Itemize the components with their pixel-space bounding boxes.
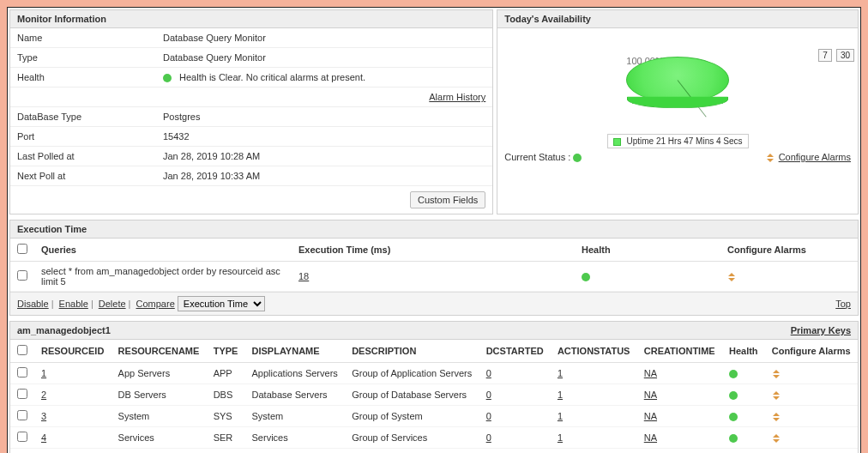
displayname-cell: Database Servers xyxy=(245,384,346,406)
svg-marker-0 xyxy=(767,154,774,157)
nextpoll-value: Jan 28, 2019 10:33 AM xyxy=(156,166,492,186)
managed-select-all-checkbox[interactable] xyxy=(17,345,27,355)
managed-object-panel: am_managedobject1 Primary Keys RESOURCEI… xyxy=(9,321,859,453)
name-label: Name xyxy=(10,28,156,48)
col-displayname: DISPLAYNAME xyxy=(245,340,346,363)
row-checkbox[interactable] xyxy=(17,410,27,420)
type-cell: URL xyxy=(207,449,245,453)
port-value: 15432 xyxy=(156,127,492,147)
displayname-cell: Web Services xyxy=(245,449,346,453)
execution-time-title: Execution Time xyxy=(10,220,858,239)
creationtime-link[interactable]: NA xyxy=(644,411,657,421)
lastpoll-value: Jan 28, 2019 10:28 AM xyxy=(156,147,492,166)
creationtime-link[interactable]: NA xyxy=(644,368,657,378)
managed-title: am_managedobject1 xyxy=(17,325,111,335)
row-config-alarm-icon[interactable] xyxy=(772,390,782,400)
row-config-alarm-icon[interactable] xyxy=(772,368,782,378)
svg-marker-1 xyxy=(767,159,774,162)
exec-row-checkbox[interactable] xyxy=(17,270,27,281)
nextpoll-label: Next Poll at xyxy=(10,166,156,186)
svg-marker-7 xyxy=(773,396,780,400)
type-label: Type xyxy=(10,48,156,68)
exec-config-alarm-icon[interactable] xyxy=(727,271,738,281)
dcstarted-link[interactable]: 0 xyxy=(486,390,491,400)
exec-enable-link[interactable]: Enable xyxy=(59,299,88,309)
alarm-history-link[interactable]: Alarm History xyxy=(429,92,485,102)
resourcename-cell: App Servers xyxy=(112,363,207,384)
svg-marker-8 xyxy=(773,413,780,416)
type-cell: APP xyxy=(207,363,245,384)
availability-pie-chart xyxy=(497,30,858,129)
exec-compare-link[interactable]: Compare xyxy=(136,299,175,309)
availability-panel: Today's Availability 100.00% 7 30 Uptime… xyxy=(497,9,859,214)
monitor-info-panel: Monitor Information Name Database Query … xyxy=(9,9,493,214)
row-config-alarm-icon[interactable] xyxy=(772,432,782,443)
col-exec-time: Execution Time (ms) xyxy=(292,239,575,262)
row-checkbox[interactable] xyxy=(17,367,27,378)
svg-marker-2 xyxy=(728,273,735,276)
resourcename-cell: Services xyxy=(112,427,207,449)
dcstarted-link[interactable]: 0 xyxy=(486,368,491,378)
exec-ms-link[interactable]: 18 xyxy=(298,271,309,281)
svg-marker-9 xyxy=(773,418,780,421)
dbtype-value: Postgres xyxy=(156,107,492,127)
row-config-alarm-icon[interactable] xyxy=(772,411,782,421)
exec-top-link[interactable]: Top xyxy=(835,299,851,309)
resourceid-link[interactable]: 1 xyxy=(41,368,46,378)
exec-select-all-checkbox[interactable] xyxy=(17,244,27,254)
resourceid-link[interactable]: 3 xyxy=(41,411,46,421)
col-type: TYPE xyxy=(207,340,245,363)
exec-delete-link[interactable]: Delete xyxy=(99,299,126,309)
row-checkbox[interactable] xyxy=(17,389,27,399)
resourceid-link[interactable]: 4 xyxy=(41,432,46,443)
row-health-icon xyxy=(729,370,738,378)
row-checkbox[interactable] xyxy=(17,432,27,442)
creationtime-link[interactable]: NA xyxy=(644,432,657,443)
configure-alarms-icon xyxy=(766,152,779,162)
health-status-icon xyxy=(163,74,172,82)
resourcename-cell: URL xyxy=(112,449,207,453)
col-actionstatus: ACTIONSTATUS xyxy=(551,340,637,363)
exec-disable-link[interactable]: Disable xyxy=(17,299,49,309)
svg-marker-11 xyxy=(773,439,780,443)
configure-alarms-link[interactable]: Configure Alarms xyxy=(779,152,851,162)
dcstarted-link[interactable]: 0 xyxy=(486,411,491,421)
lastpoll-label: Last Polled at xyxy=(10,147,156,166)
exec-query-text: select * from am_managedobject order by … xyxy=(34,262,292,292)
monitor-info-title: Monitor Information xyxy=(10,10,492,28)
type-value: Database Query Monitor xyxy=(156,48,492,68)
col-resourcename: RESOURCENAME xyxy=(112,340,207,363)
col-description: DESCRIPTION xyxy=(345,340,479,363)
name-value: Database Query Monitor xyxy=(156,28,492,48)
primary-keys-link[interactable]: Primary Keys xyxy=(791,325,851,335)
table-row: 1App ServersAPPApplications ServersGroup… xyxy=(10,363,858,384)
type-cell: SYS xyxy=(207,406,245,427)
description-cell: Group of URL Monitors xyxy=(345,449,479,453)
exec-health-icon xyxy=(582,273,590,281)
creationtime-link[interactable]: NA xyxy=(644,390,657,400)
col-health: Health xyxy=(722,340,765,363)
custom-fields-button[interactable]: Custom Fields xyxy=(410,191,485,208)
exec-compare-select[interactable]: Execution Time xyxy=(178,296,265,311)
actionstatus-link[interactable]: 1 xyxy=(558,368,563,378)
description-cell: Group of System xyxy=(345,406,479,427)
exec-row: select * from am_managedobject order by … xyxy=(10,262,858,292)
current-status-icon xyxy=(573,154,582,162)
svg-marker-10 xyxy=(773,434,780,438)
execution-time-panel: Execution Time Queries Execution Time (m… xyxy=(9,220,859,316)
legend-text: Uptime 21 Hrs 47 Mins 4 Secs xyxy=(627,136,743,146)
actionstatus-link[interactable]: 1 xyxy=(558,390,563,400)
col-creationtime: CREATIONTIME xyxy=(637,340,722,363)
description-cell: Group of Database Servers xyxy=(345,384,479,406)
type-cell: SER xyxy=(207,427,245,449)
actionstatus-link[interactable]: 1 xyxy=(558,411,563,421)
resourceid-link[interactable]: 2 xyxy=(41,390,46,400)
dcstarted-link[interactable]: 0 xyxy=(486,432,491,443)
col-dcstarted: DCSTARTED xyxy=(479,340,551,363)
displayname-cell: System xyxy=(245,406,346,427)
resourcename-cell: System xyxy=(112,406,207,427)
health-label: Health xyxy=(10,68,156,88)
row-health-icon xyxy=(729,391,738,400)
actionstatus-link[interactable]: 1 xyxy=(558,432,563,443)
description-cell: Group of Application Servers xyxy=(345,363,479,384)
